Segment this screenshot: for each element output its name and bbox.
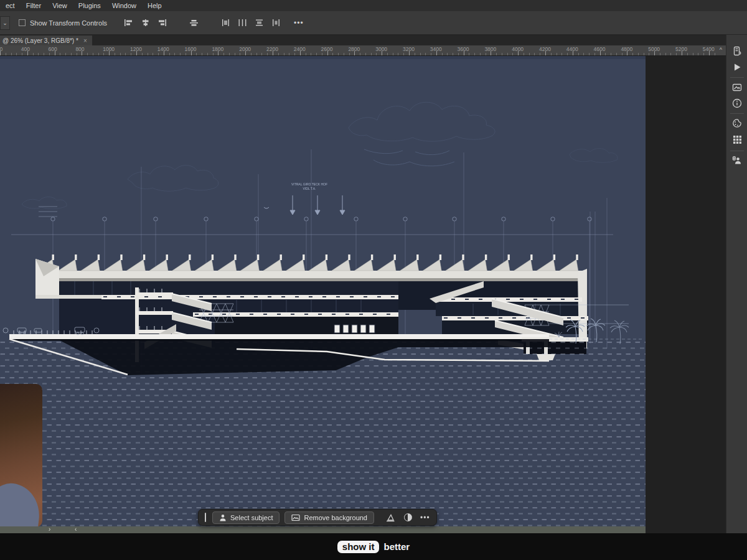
svg-text:VIDL T.A.: VIDL T.A. bbox=[303, 187, 316, 190]
ruler-tick: 5400 bbox=[703, 46, 715, 52]
ruler-tick: 4000 bbox=[512, 46, 524, 52]
tool-preset-dropdown[interactable]: ⌄ bbox=[0, 16, 10, 30]
ruler-collapse-icon[interactable]: ^ bbox=[720, 47, 722, 53]
ruler-tick: 5000 bbox=[648, 46, 660, 52]
ruler-tick: 2000 bbox=[239, 46, 251, 52]
libraries-panel-icon[interactable] bbox=[731, 81, 743, 93]
menu-item-window[interactable]: Window bbox=[106, 2, 142, 9]
ruler-tick: 3600 bbox=[458, 46, 469, 52]
dock-separator bbox=[730, 113, 744, 114]
distribute-left-icon[interactable] bbox=[220, 17, 231, 28]
menu-bar: ect Filter View Plugins Window Help bbox=[0, 0, 747, 11]
taskbar-drag-handle[interactable] bbox=[205, 513, 206, 522]
canvas[interactable]: VITRAL GIRO TECK HOF VIDL T.A. bbox=[0, 56, 646, 526]
ruler-tick: 4600 bbox=[594, 46, 606, 52]
ruler-tick: 1200 bbox=[130, 46, 142, 52]
person-icon bbox=[219, 514, 227, 521]
show-transform-controls[interactable]: Show Transform Controls bbox=[19, 19, 107, 27]
watermark-suffix: better bbox=[383, 541, 410, 552]
ruler-tick: 2400 bbox=[294, 46, 306, 52]
options-more-button[interactable]: ••• bbox=[294, 19, 304, 27]
distribute-height-icon[interactable] bbox=[254, 17, 265, 28]
transform-icon[interactable] bbox=[384, 511, 397, 524]
ruler-tick: 600 bbox=[49, 46, 57, 52]
ruler-tick: 5200 bbox=[675, 46, 687, 52]
ruler-tick: 1600 bbox=[185, 46, 197, 52]
webcam-overlay bbox=[0, 384, 42, 527]
adjustment-contrast-icon[interactable] bbox=[402, 511, 414, 524]
document-tab-bar: @ 26% (Layer 3, RGB/8*) * × bbox=[0, 35, 726, 45]
contextual-taskbar: Select subject Remove background ••• bbox=[198, 509, 437, 526]
select-subject-button[interactable]: Select subject bbox=[212, 511, 280, 524]
horizontal-ruler[interactable]: 2004006008001000120014001600180020002200… bbox=[0, 45, 726, 56]
menu-item-plugins[interactable]: Plugins bbox=[73, 2, 106, 9]
align-left-icon[interactable] bbox=[123, 17, 134, 28]
ruler-tick: 2800 bbox=[348, 46, 360, 52]
ruler-tick: 800 bbox=[75, 46, 84, 52]
swatches-panel-icon[interactable] bbox=[731, 133, 743, 146]
options-bar: ⌄ Show Transform Controls ••• bbox=[0, 11, 747, 35]
dock-separator bbox=[730, 77, 744, 78]
panel-dock: « bbox=[726, 29, 747, 533]
taskbar-more-button[interactable]: ••• bbox=[420, 513, 430, 522]
ruler-tick: 3400 bbox=[430, 46, 442, 52]
watermark-badge: show it bbox=[337, 541, 380, 553]
bottom-bar: show it better bbox=[0, 533, 747, 560]
menu-item-help[interactable]: Help bbox=[142, 2, 167, 9]
align-center-h-icon[interactable] bbox=[140, 17, 151, 28]
photoshop-window: ect Filter View Plugins Window Help ⌄ Sh… bbox=[0, 0, 747, 560]
ruler-tick: 4400 bbox=[566, 46, 578, 52]
info-panel-icon[interactable] bbox=[731, 97, 743, 110]
stamp-panel-icon[interactable] bbox=[731, 154, 743, 167]
checkbox-icon[interactable] bbox=[19, 19, 26, 26]
remove-background-label: Remove background bbox=[304, 514, 367, 521]
color-panel-icon[interactable] bbox=[731, 117, 743, 129]
ruler-tick: 200 bbox=[0, 46, 2, 52]
distribute-center-icon[interactable] bbox=[237, 17, 248, 28]
scroll-right-chevron-icon[interactable]: › bbox=[49, 526, 50, 533]
checkbox-label: Show Transform Controls bbox=[30, 19, 107, 27]
svg-text:VITRAL GIRO TECK HOF: VITRAL GIRO TECK HOF bbox=[291, 182, 327, 186]
close-tab-icon[interactable]: × bbox=[83, 37, 87, 44]
person-shoulder bbox=[0, 480, 42, 527]
ruler-tick: 3800 bbox=[484, 46, 496, 52]
align-tools bbox=[123, 17, 281, 28]
image-icon bbox=[291, 514, 300, 521]
chevron-down-icon: ⌄ bbox=[2, 20, 7, 26]
ruler-tick: 4200 bbox=[539, 46, 551, 52]
watermark: show it better bbox=[337, 541, 410, 553]
align-middle-icon[interactable] bbox=[189, 17, 199, 28]
ruler-tick: 4800 bbox=[621, 46, 632, 52]
ruler-tick: 400 bbox=[21, 46, 30, 52]
ruler-tick: 2600 bbox=[321, 46, 333, 52]
scroll-left-chevron-icon[interactable]: ‹ bbox=[75, 526, 77, 533]
menu-item-view[interactable]: View bbox=[47, 2, 73, 9]
history-panel-icon[interactable] bbox=[731, 45, 743, 57]
dock-separator bbox=[730, 151, 744, 151]
ruler-tick: 1800 bbox=[212, 46, 223, 52]
ruler-tick: 1000 bbox=[103, 46, 115, 52]
pasteboard bbox=[646, 56, 726, 533]
distribute-width-icon[interactable] bbox=[271, 17, 281, 28]
ruler-tick: 2200 bbox=[266, 46, 278, 52]
document-tab-title: @ 26% (Layer 3, RGB/8*) * bbox=[2, 37, 78, 44]
architecture-section-drawing: VITRAL GIRO TECK HOF VIDL T.A. bbox=[0, 56, 646, 526]
menu-item-select[interactable]: ect bbox=[0, 2, 21, 9]
align-right-icon[interactable] bbox=[157, 17, 167, 28]
ruler-tick: 3000 bbox=[375, 46, 387, 52]
document-tab[interactable]: @ 26% (Layer 3, RGB/8*) * × bbox=[0, 35, 92, 45]
remove-background-button[interactable]: Remove background bbox=[284, 511, 374, 524]
ruler-tick: 3200 bbox=[403, 46, 415, 52]
ruler-tick: 1400 bbox=[157, 46, 169, 52]
menu-item-filter[interactable]: Filter bbox=[21, 2, 47, 9]
horizontal-scrollbar[interactable]: › ‹ bbox=[0, 526, 646, 533]
select-subject-label: Select subject bbox=[230, 514, 273, 521]
actions-panel-icon[interactable] bbox=[731, 61, 743, 73]
